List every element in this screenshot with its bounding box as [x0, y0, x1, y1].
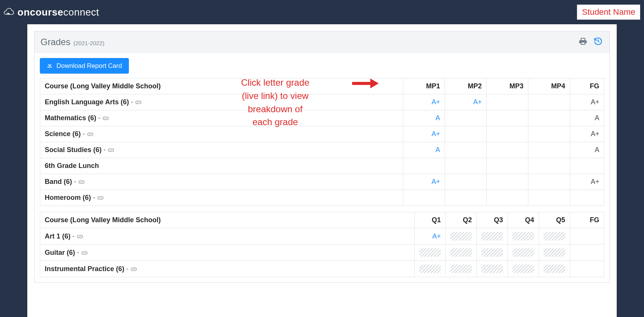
grade-cell	[487, 158, 528, 174]
table-row: Social Studies (6) - AA	[40, 142, 604, 158]
grade-cell	[570, 245, 604, 261]
link-icon	[129, 264, 138, 274]
grade-cell	[528, 110, 570, 126]
brand: oncourseconnect	[3, 6, 99, 18]
grade-cell	[570, 228, 604, 245]
link-icon	[80, 248, 89, 257]
link-icon	[106, 146, 116, 155]
table-row: 6th Grade Lunch	[40, 158, 604, 174]
grade-cell	[528, 142, 570, 158]
svg-rect-1	[352, 82, 370, 85]
download-icon	[47, 62, 53, 70]
table-row: Instrumental Practice (6) -	[40, 261, 604, 277]
grade-cell[interactable]: A+	[403, 126, 445, 142]
panel-body: Download Report Card Click letter grade …	[34, 53, 610, 282]
course-cell: Homeroom (6) -	[40, 190, 403, 206]
logo-cloud-icon	[3, 8, 14, 17]
link-icon	[75, 232, 85, 241]
grade-cell	[403, 158, 445, 174]
course-header: Course (Long Valley Middle School)	[40, 78, 403, 94]
grade-cell[interactable]: A+	[403, 174, 445, 190]
grade-cell	[528, 126, 570, 142]
grade-cell	[445, 142, 487, 158]
annotation-arrow-icon	[352, 78, 379, 90]
link-icon	[85, 130, 95, 139]
grades-table-mp: Course (Long Valley Middle School)MP1MP2…	[40, 78, 604, 206]
table-row: Science (6) - A+A+	[40, 126, 604, 142]
grade-cell	[445, 110, 487, 126]
print-button[interactable]	[578, 36, 588, 48]
grade-cell	[487, 110, 528, 126]
title-year: (2021-2022)	[74, 40, 105, 46]
title-text: Grades	[41, 37, 71, 47]
link-icon	[77, 177, 86, 187]
course-cell: Mathematics (6) -	[40, 110, 403, 126]
term-header: Q2	[446, 212, 477, 228]
link-icon	[134, 98, 143, 107]
table-row: Mathematics (6) - AA	[40, 110, 604, 126]
course-cell: Science (6) -	[40, 126, 403, 142]
grade-cell-inactive	[477, 228, 508, 245]
grade-cell	[570, 190, 604, 206]
grade-cell: A+	[570, 94, 604, 110]
table-row: Band (6) - A+A+	[40, 174, 604, 190]
grades-panel: Grades (2021-2022) Download Report Card	[34, 31, 610, 283]
grade-cell-inactive	[446, 261, 477, 277]
term-header: Q1	[415, 212, 446, 228]
grade-cell-inactive	[508, 245, 539, 261]
grade-cell-inactive	[477, 261, 508, 277]
panel-header: Grades (2021-2022)	[34, 31, 610, 53]
grade-cell-inactive	[477, 245, 508, 261]
course-cell: Band (6) -	[40, 174, 403, 190]
grade-cell	[528, 190, 570, 206]
grade-cell-inactive	[446, 228, 477, 245]
grade-cell[interactable]: A+	[403, 94, 445, 110]
link-icon	[101, 114, 110, 123]
course-cell: Art 1 (6) -	[40, 228, 415, 245]
term-header: FG	[570, 212, 604, 228]
grade-cell	[445, 126, 487, 142]
course-cell: Guitar (6) -	[40, 245, 415, 261]
grade-cell	[570, 261, 604, 277]
table-row: English Language Arts (6) - A+A+A+	[40, 94, 604, 110]
grade-cell	[445, 174, 487, 190]
grade-cell-inactive	[539, 245, 570, 261]
grade-cell	[487, 142, 528, 158]
download-report-card-button[interactable]: Download Report Card	[40, 58, 129, 74]
grade-cell	[487, 190, 528, 206]
grade-cell-inactive	[539, 228, 570, 245]
grades-table-q: Course (Long Valley Middle School)Q1Q2Q3…	[40, 212, 604, 277]
page-container: Grades (2021-2022) Download Report Card	[27, 24, 617, 317]
grade-cell-inactive	[415, 261, 446, 277]
grade-cell-inactive	[415, 245, 446, 261]
svg-point-0	[7, 13, 8, 14]
grade-cell[interactable]: A	[403, 142, 445, 158]
term-header: MP3	[487, 78, 528, 94]
grade-cell[interactable]: A+	[415, 228, 446, 245]
grade-cell[interactable]: A+	[445, 94, 487, 110]
term-header: Q3	[477, 212, 508, 228]
term-header: FG	[570, 78, 604, 94]
grade-cell[interactable]: A	[403, 110, 445, 126]
grade-cell	[528, 94, 570, 110]
grade-cell: A	[570, 110, 604, 126]
term-header: MP4	[528, 78, 570, 94]
grade-cell-inactive	[446, 245, 477, 261]
grade-cell	[445, 190, 487, 206]
topbar: oncourseconnect Student Name	[0, 0, 644, 24]
grade-cell	[570, 158, 604, 174]
course-cell: Instrumental Practice (6) -	[40, 261, 415, 277]
grade-cell	[445, 158, 487, 174]
grade-cell	[487, 126, 528, 142]
link-icon	[96, 193, 105, 203]
grade-cell-inactive	[539, 261, 570, 277]
grade-cell	[528, 158, 570, 174]
grade-cell: A	[570, 142, 604, 158]
grade-cell: A+	[570, 126, 604, 142]
term-header: MP1	[403, 78, 445, 94]
table-row: Art 1 (6) - A+	[40, 228, 604, 245]
history-button[interactable]	[593, 36, 603, 48]
student-name-badge: Student Name	[577, 5, 640, 20]
grade-cell-inactive	[508, 261, 539, 277]
grade-cell: A+	[570, 174, 604, 190]
